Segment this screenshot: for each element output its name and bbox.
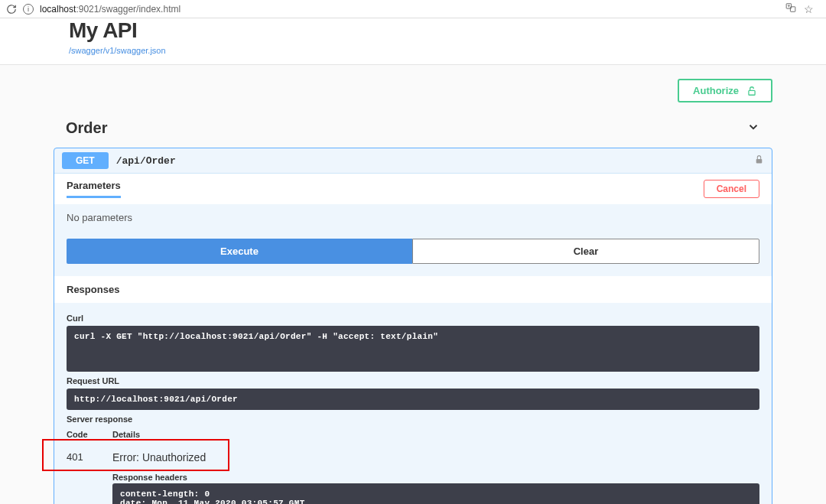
tag-order[interactable]: Order — [54, 112, 772, 145]
tag-title: Order — [66, 119, 107, 137]
operation-path: /api/Order — [116, 155, 746, 167]
clear-button[interactable]: Clear — [412, 239, 759, 264]
request-url-label: Request URL — [67, 376, 759, 385]
curl-label: Curl — [67, 314, 759, 323]
api-title: My API — [69, 18, 757, 43]
code-column-header: Code — [67, 430, 112, 439]
swagger-json-link[interactable]: /swagger/v1/swagger.json — [69, 46, 166, 55]
responses-title: Responses — [67, 284, 759, 295]
cancel-button[interactable]: Cancel — [704, 180, 759, 198]
response-headers-output[interactable]: content-length: 0 date: Mon, 11 May 2020… — [112, 483, 759, 504]
chevron-down-icon — [746, 120, 760, 137]
response-error: Error: Unauthorized — [112, 447, 759, 468]
translate-icon[interactable] — [785, 2, 796, 15]
svg-rect-3 — [756, 159, 763, 163]
request-url-output[interactable]: http://localhost:9021/api/Order — [67, 389, 759, 410]
parameters-body: No parameters — [54, 204, 772, 231]
info-icon[interactable]: i — [23, 4, 34, 15]
response-code: 401 — [67, 447, 112, 504]
response-row-401: 401 Error: Unauthorized Response headers… — [67, 442, 759, 504]
lock-open-icon — [746, 86, 757, 96]
reload-icon[interactable] — [5, 2, 18, 16]
lock-icon — [754, 154, 764, 167]
authorize-label: Authorize — [693, 85, 739, 96]
operation-summary[interactable]: GET /api/Order — [54, 148, 772, 173]
browser-address-bar: i localhost:9021/swagger/index.html ☆ — [0, 0, 826, 18]
operation-get-order: GET /api/Order Parameters Cancel No para… — [54, 148, 772, 504]
method-badge: GET — [62, 152, 109, 169]
execute-button[interactable]: Execute — [67, 239, 412, 264]
responses-header: Responses — [54, 276, 772, 303]
swagger-topbar: My API /swagger/v1/swagger.json — [0, 18, 826, 65]
svg-rect-2 — [749, 90, 755, 95]
parameters-header: Parameters Cancel — [54, 174, 772, 204]
curl-output[interactable]: curl -X GET "http://localhost:9021/api/O… — [67, 326, 759, 372]
response-headers-label: Response headers — [112, 473, 759, 482]
authorize-button[interactable]: Authorize — [678, 79, 772, 102]
star-icon[interactable]: ☆ — [804, 3, 814, 15]
details-column-header: Details — [112, 430, 140, 439]
server-response-label: Server response — [67, 415, 759, 424]
url-text[interactable]: localhost:9021/swagger/index.html — [38, 4, 785, 15]
parameters-title: Parameters — [67, 180, 121, 198]
